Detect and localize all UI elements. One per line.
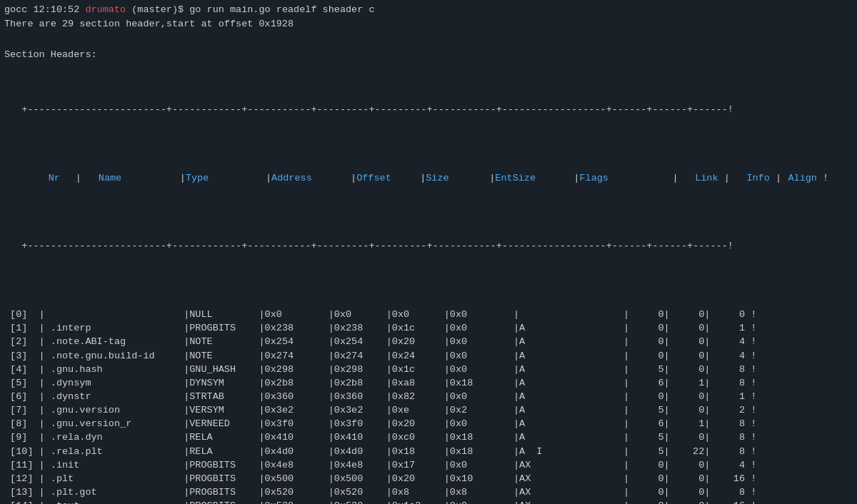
table-row: [0] | |NULL |0x0 |0x0 |0x0 |0x0 | | 0| 0… xyxy=(4,308,853,321)
table-row: [3] | .note.gnu.build-id |NOTE |0x274 |0… xyxy=(4,349,853,363)
table-row: [9] | .rela.dyn |RELA |0x410 |0x410 |0xc… xyxy=(4,430,853,444)
prompt-time: gocc 12:10:52 xyxy=(4,4,85,15)
table-row: [12] | .plt |PROGBITS |0x500 |0x500 |0x2… xyxy=(4,472,853,485)
separator-mid: +------------------------+------------+-… xyxy=(4,239,853,253)
table-row: [14] | .text |PROGBITS |0x530 |0x530 |0x… xyxy=(4,499,853,504)
table-row: [6] | .dynstr |STRTAB |0x360 |0x360 |0x8… xyxy=(4,390,853,403)
blank-line xyxy=(4,31,853,45)
table-row: [8] | .gnu.version_r |VERNEED |0x3f0 |0x… xyxy=(4,417,853,430)
section-title: Section Headers: xyxy=(4,48,853,62)
table-row: [13] | .plt.got |PROGBITS |0x520 |0x520 … xyxy=(4,485,853,499)
table-row: [11] | .init |PROGBITS |0x4e8 |0x4e8 |0x… xyxy=(4,458,853,472)
table-row: [10] | .rela.plt |RELA |0x4d0 |0x4d0 |0x… xyxy=(4,445,853,458)
terminal: gocc 12:10:52 drumato (master)$ go run m… xyxy=(0,0,857,504)
prompt-path: (master)$ xyxy=(126,4,184,15)
prompt-cmd: go run main.go readelf sheader c xyxy=(184,4,374,15)
prompt-user: drumato xyxy=(85,4,126,15)
info-line: There are 29 section header,start at off… xyxy=(4,17,853,31)
table-row: [2] | .note.ABI-tag |NOTE |0x254 |0x254 … xyxy=(4,335,853,348)
header-row: Nr | Name|Type|Address|Offset|Size|EntSi… xyxy=(4,157,853,198)
table-row: [5] | .dynsym |DYNSYM |0x2b8 |0x2b8 |0xa… xyxy=(4,376,853,390)
separator-top: +------------------------+------------+-… xyxy=(4,103,853,116)
table-row: [4] | .gnu.hash |GNU_HASH |0x298 |0x298 … xyxy=(4,363,853,376)
table-container: +------------------------+------------+-… xyxy=(4,61,853,504)
table-row: [1] | .interp |PROGBITS |0x238 |0x238 |0… xyxy=(4,321,853,335)
prompt-line: gocc 12:10:52 drumato (master)$ go run m… xyxy=(4,3,853,17)
table-row: [7] | .gnu.version |VERSYM |0x3e2 |0x3e2… xyxy=(4,403,853,417)
table-body: [0] | |NULL |0x0 |0x0 |0x0 |0x0 | | 0| 0… xyxy=(4,308,853,504)
